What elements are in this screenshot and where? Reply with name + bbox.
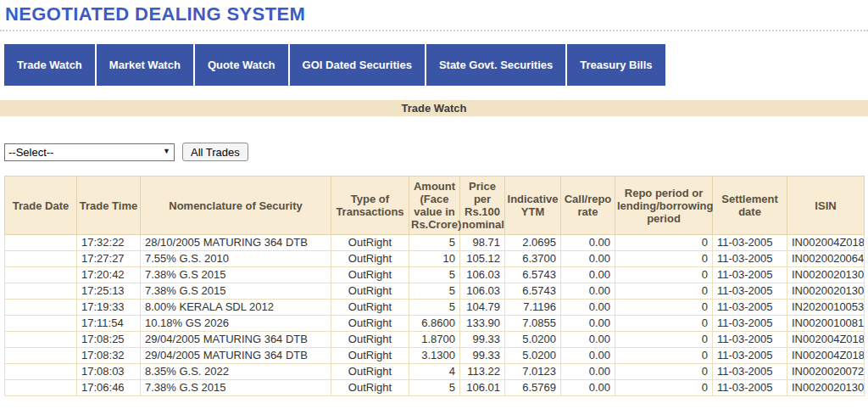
table-cell: 11-03-2005 [713,348,787,364]
col-header-type: Type of Transactions [331,176,409,235]
table-row: 17:08:3229/04/2005 MATURING 364 DTBOutRi… [5,348,865,364]
col-header-repo-period: Repo period or lending/borrowing period [615,176,713,235]
col-header-amount: Amount (Face value in Rs.Crore) [409,176,460,235]
table-cell: 2.0695 [505,235,561,251]
table-cell: 17:06:46 [77,380,141,396]
col-header-trade-time: Trade Time [77,176,141,235]
table-cell: IN002004Z018 [787,348,865,364]
nav-trade-watch[interactable]: Trade Watch [4,44,95,86]
table-cell: 29/04/2005 MATURING 364 DTB [141,332,331,348]
table-cell: 11-03-2005 [713,332,787,348]
table-cell: IN0020010081 [787,316,865,332]
col-header-call-repo-rate: Call/repo rate [561,176,615,235]
table-cell: 6.5769 [505,380,561,396]
table-cell: 17:08:03 [77,364,141,380]
table-cell: 0 [615,348,713,364]
table-cell: 105.12 [460,251,505,267]
table-row: 17:20:427.38% G.S 2015OutRight5106.036.5… [5,267,865,283]
table-row: 17:32:2228/10/2005 MATURING 364 DTBOutRi… [5,235,865,251]
table-cell: 6.5743 [505,283,561,300]
nav-quote-watch[interactable]: Quote Watch [195,44,288,86]
table-cell: 7.0123 [505,364,561,380]
table-cell: 0.00 [561,300,615,316]
security-select[interactable]: --Select-- [4,143,175,161]
table-cell: 5 [409,235,460,251]
table-cell: 106.01 [460,380,505,396]
table-cell: 17:20:42 [77,267,141,283]
nav-market-watch[interactable]: Market Watch [97,44,193,86]
table-row: 17:08:2529/04/2005 MATURING 364 DTBOutRi… [5,332,865,348]
table-cell: 0 [615,300,713,316]
col-header-nomenclature: Nomenclature of Security [141,176,331,235]
nav-goi-dated-securities[interactable]: GOI Dated Securities [290,44,425,86]
table-cell: 0 [615,251,713,267]
table-cell: IN0020020130 [787,267,865,283]
table-cell: 0.00 [561,316,615,332]
table-cell: OutRight [331,235,409,251]
table-cell: 99.33 [460,348,505,364]
table-cell [5,235,77,251]
table-cell: 10.18% GS 2026 [141,316,331,332]
table-cell: 5.0200 [505,332,561,348]
table-cell: 7.55% G.S. 2010 [141,251,331,267]
nav-treasury-bills[interactable]: Treasury Bills [567,44,665,86]
table-cell: 0 [615,235,713,251]
table-cell: 0.00 [561,348,615,364]
table-cell: 11-03-2005 [713,316,787,332]
section-header: Trade Watch [0,100,868,116]
controls: --Select-- ▼ All Trades [4,143,868,161]
table-cell: 17:27:27 [77,251,141,267]
col-header-price: Price per Rs.100 nominal [460,176,505,235]
table-cell: 0 [615,332,713,348]
col-header-isin: ISIN [787,176,865,235]
table-cell: 0.00 [561,332,615,348]
table-cell: 0 [615,316,713,332]
table-cell: OutRight [331,300,409,316]
table-cell: 5 [409,267,460,283]
table-cell: 11-03-2005 [713,267,787,283]
trades-table-head: Trade Date Trade Time Nomenclature of Se… [5,176,865,235]
security-select-wrap: --Select-- ▼ [4,143,175,161]
table-cell: 7.38% G.S 2015 [141,283,331,300]
table-cell: 0 [615,364,713,380]
table-cell: 29/04/2005 MATURING 364 DTB [141,348,331,364]
table-cell: 8.00% KERALA SDL 2012 [141,300,331,316]
trades-table-body: 17:32:2228/10/2005 MATURING 364 DTBOutRi… [5,235,865,396]
table-cell: OutRight [331,251,409,267]
table-cell [5,267,77,283]
table-cell: IN2020010053 [787,300,865,316]
col-header-indicative-ytm: Indicative YTM [505,176,561,235]
table-cell: 5.0200 [505,348,561,364]
table-cell: OutRight [331,316,409,332]
table-cell: IN0020020130 [787,380,865,396]
table-cell: 0.00 [561,267,615,283]
all-trades-button[interactable]: All Trades [182,143,248,161]
table-cell: 5 [409,300,460,316]
table-cell: 11-03-2005 [713,300,787,316]
nav-state-govt-securities[interactable]: State Govt. Securities [426,44,565,86]
table-cell: 11-03-2005 [713,364,787,380]
table-cell: 6.5743 [505,267,561,283]
table-cell: 0.00 [561,380,615,396]
table-cell: IN002004Z018 [787,235,865,251]
main-nav: Trade Watch Market Watch Quote Watch GOI… [4,44,868,86]
table-cell: 3.1300 [409,348,460,364]
page: NEGOTIATED DEALING SYSTEM Trade Watch Ma… [0,0,868,409]
table-row: 17:27:277.55% G.S. 2010OutRight10105.126… [5,251,865,267]
table-cell: 0.00 [561,235,615,251]
table-cell: 1.8700 [409,332,460,348]
table-cell: 113.22 [460,364,505,380]
table-cell: 6.8600 [409,316,460,332]
table-cell [5,300,77,316]
table-cell: 28/10/2005 MATURING 364 DTB [141,235,331,251]
table-cell: 106.03 [460,283,505,300]
table-cell: 17:11:54 [77,316,141,332]
table-cell: 0.00 [561,251,615,267]
table-cell: 0 [615,380,713,396]
table-cell: OutRight [331,283,409,300]
table-cell: OutRight [331,380,409,396]
table-cell: 5 [409,380,460,396]
trades-table: Trade Date Trade Time Nomenclature of Se… [4,176,865,396]
table-cell: 11-03-2005 [713,283,787,300]
table-cell: 7.38% G.S 2015 [141,267,331,283]
